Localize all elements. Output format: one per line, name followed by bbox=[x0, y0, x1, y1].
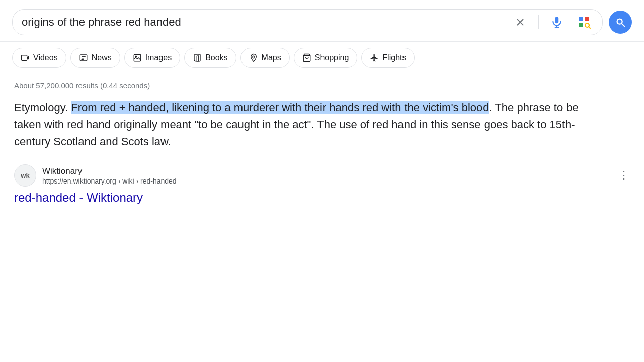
results-area: About 57,200,000 results (0.44 seconds) … bbox=[0, 74, 644, 205]
tab-flights[interactable]: Flights bbox=[361, 48, 415, 68]
source-info: Wiktionary https://en.wiktionary.org › w… bbox=[42, 166, 612, 185]
video-icon bbox=[21, 53, 30, 62]
svg-rect-10 bbox=[22, 55, 27, 61]
search-icons-right bbox=[511, 13, 593, 31]
svg-point-18 bbox=[252, 56, 255, 58]
tab-shopping-label: Shopping bbox=[315, 53, 349, 62]
divider-vertical bbox=[538, 15, 539, 29]
source-name: Wiktionary bbox=[42, 166, 612, 176]
result-link[interactable]: red-handed - Wiktionary bbox=[14, 191, 143, 204]
svg-rect-15 bbox=[82, 59, 83, 60]
map-icon bbox=[249, 53, 258, 62]
source-row: wk Wiktionary https://en.wiktionary.org … bbox=[14, 164, 630, 187]
snippet-text-before: Etymology. bbox=[14, 101, 71, 114]
tab-maps[interactable]: Maps bbox=[240, 48, 290, 68]
results-count: About 57,200,000 results (0.44 seconds) bbox=[14, 81, 630, 90]
tab-shopping[interactable]: Shopping bbox=[294, 48, 358, 68]
search-input[interactable]: origins of the phrase red handed bbox=[22, 16, 506, 29]
image-icon bbox=[133, 53, 142, 62]
svg-line-9 bbox=[622, 24, 625, 27]
tab-images[interactable]: Images bbox=[124, 48, 180, 68]
tab-images-label: Images bbox=[145, 53, 172, 62]
filter-tabs: Videos News Images bbox=[0, 42, 644, 74]
tab-videos-label: Videos bbox=[33, 53, 58, 62]
tab-maps-label: Maps bbox=[262, 53, 281, 62]
source-url: https://en.wiktionary.org › wiki › red-h… bbox=[42, 177, 612, 185]
tab-books-label: Books bbox=[205, 53, 227, 62]
tab-videos[interactable]: Videos bbox=[12, 48, 66, 68]
shopping-icon bbox=[302, 53, 311, 62]
snippet-highlighted-text: From red + handed, likening to a murdere… bbox=[71, 101, 489, 114]
lens-icon[interactable] bbox=[575, 13, 593, 31]
tab-news-label: News bbox=[92, 53, 112, 62]
book-icon bbox=[193, 53, 202, 62]
news-icon bbox=[79, 53, 88, 62]
tab-books[interactable]: Books bbox=[184, 48, 236, 68]
svg-rect-16 bbox=[134, 54, 141, 61]
svg-point-17 bbox=[135, 56, 136, 57]
tab-flights-label: Flights bbox=[382, 53, 406, 62]
search-bar[interactable]: origins of the phrase red handed bbox=[12, 9, 603, 35]
source-menu-button[interactable]: ⋮ bbox=[618, 169, 630, 182]
source-logo: wk bbox=[14, 164, 36, 187]
search-submit-button[interactable] bbox=[609, 11, 632, 34]
svg-rect-12 bbox=[80, 55, 87, 61]
clear-icon[interactable] bbox=[511, 13, 529, 31]
flight-icon bbox=[370, 53, 379, 62]
mic-icon[interactable] bbox=[548, 13, 566, 31]
snippet-block: Etymology. From red + handed, likening t… bbox=[14, 99, 598, 150]
search-bar-container: origins of the phrase red handed bbox=[0, 0, 644, 41]
tab-news[interactable]: News bbox=[70, 48, 120, 68]
svg-rect-2 bbox=[555, 17, 559, 23]
